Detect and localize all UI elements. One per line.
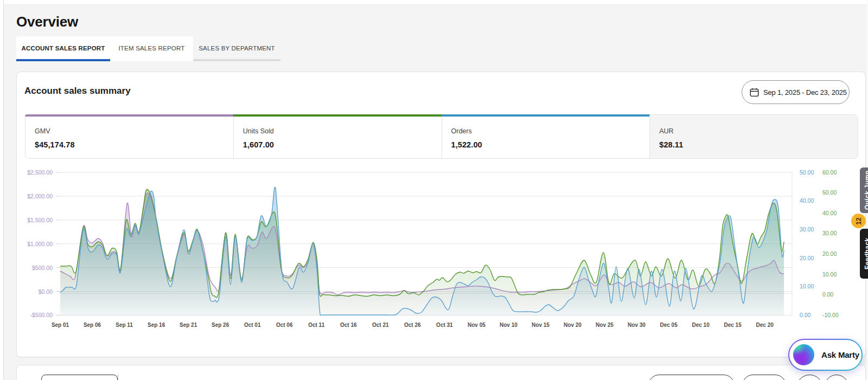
svg-text:Dec 15: Dec 15 — [724, 322, 742, 328]
svg-text:0.00: 0.00 — [800, 312, 811, 318]
svg-text:$1,000.00: $1,000.00 — [27, 241, 53, 247]
svg-text:Sep 16: Sep 16 — [148, 322, 165, 328]
svg-text:-$500.00: -$500.00 — [30, 312, 53, 318]
svg-text:60.00: 60.00 — [822, 169, 837, 176]
svg-text:40.00: 40.00 — [822, 210, 837, 216]
svg-text:Dec 20: Dec 20 — [756, 322, 774, 328]
svg-text:20.00: 20.00 — [800, 255, 814, 261]
svg-text:10.00: 10.00 — [822, 271, 837, 278]
svg-text:$1,500.00: $1,500.00 — [27, 217, 53, 223]
svg-text:0.00: 0.00 — [822, 291, 834, 298]
svg-text:20.00: 20.00 — [822, 250, 837, 257]
svg-text:Dec 05: Dec 05 — [660, 322, 678, 328]
svg-text:30.00: 30.00 — [800, 226, 814, 233]
svg-text:Nov 05: Nov 05 — [468, 322, 486, 328]
svg-text:Oct 16: Oct 16 — [340, 322, 357, 328]
svg-text:Nov 30: Nov 30 — [628, 322, 646, 328]
svg-text:50.00: 50.00 — [822, 189, 837, 196]
svg-text:Oct 26: Oct 26 — [404, 322, 421, 328]
svg-text:Dec 10: Dec 10 — [692, 322, 710, 328]
svg-text:$2,000.00: $2,000.00 — [27, 193, 53, 199]
svg-text:Nov 25: Nov 25 — [596, 322, 614, 328]
svg-text:40.00: 40.00 — [800, 197, 814, 204]
svg-text:Sep 01: Sep 01 — [52, 322, 69, 328]
svg-text:Nov 10: Nov 10 — [500, 322, 518, 328]
svg-text:Nov 20: Nov 20 — [564, 322, 582, 328]
svg-text:$0.00: $0.00 — [39, 288, 53, 295]
svg-text:30.00: 30.00 — [822, 230, 837, 236]
svg-text:50.00: 50.00 — [800, 169, 814, 176]
svg-text:Sep 06: Sep 06 — [84, 322, 101, 328]
svg-text:Sep 26: Sep 26 — [212, 322, 229, 328]
svg-text:-10.00: -10.00 — [822, 312, 839, 318]
svg-text:Sep 21: Sep 21 — [180, 322, 197, 328]
svg-text:Nov 15: Nov 15 — [532, 322, 550, 328]
svg-text:Oct 01: Oct 01 — [244, 322, 261, 328]
svg-text:Oct 31: Oct 31 — [436, 322, 453, 328]
svg-text:Oct 21: Oct 21 — [372, 322, 389, 328]
svg-text:Oct 06: Oct 06 — [276, 322, 293, 328]
svg-text:Oct 11: Oct 11 — [308, 322, 324, 328]
svg-text:10.00: 10.00 — [800, 283, 814, 289]
svg-text:$2,500.00: $2,500.00 — [27, 169, 53, 176]
svg-text:$500.00: $500.00 — [32, 265, 53, 271]
svg-text:Sep 11: Sep 11 — [116, 322, 133, 328]
